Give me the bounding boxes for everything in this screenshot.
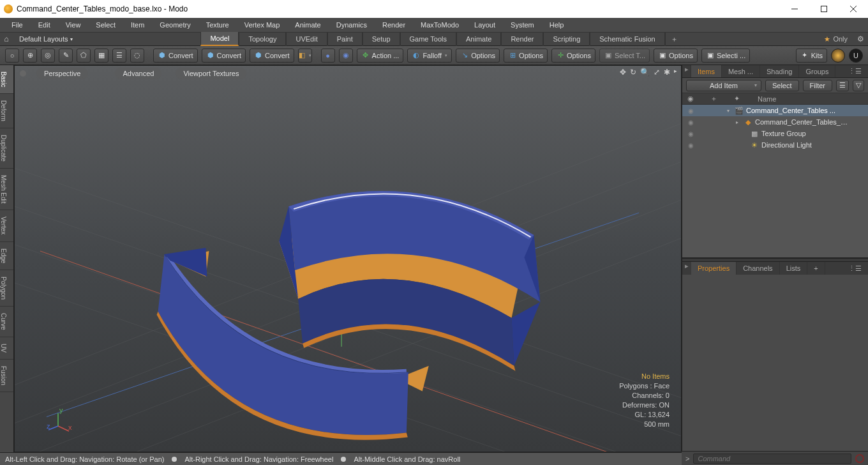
record-icon[interactable] — [855, 454, 864, 463]
vtab-duplicate[interactable]: Duplicate — [0, 128, 13, 169]
menu-view[interactable]: View — [58, 18, 89, 32]
name-column[interactable]: Name — [754, 95, 868, 103]
tool-cube[interactable]: ◧▾ — [298, 49, 312, 63]
viewport-camera[interactable]: Perspective — [36, 68, 88, 79]
menu-item[interactable]: Item — [123, 18, 152, 32]
tool-poly[interactable]: ⬠ — [77, 49, 91, 63]
tool-sphere2[interactable]: ◉ — [339, 49, 353, 63]
falloff[interactable]: ◐Falloff▾ — [407, 49, 452, 63]
menu-help[interactable]: Help — [542, 18, 572, 32]
axis-column-icon[interactable]: ✦ — [731, 95, 742, 103]
vtab-vertex[interactable]: Vertex — [0, 210, 13, 241]
maximize-button[interactable] — [809, 0, 839, 18]
tab-animate2[interactable]: Animate — [456, 32, 501, 46]
options-1[interactable]: ↘Options — [456, 49, 500, 63]
tool-circle[interactable]: ○ — [5, 49, 19, 63]
tree-row-texture[interactable]: ▩ Texture Group — [682, 128, 868, 139]
tree-row-light[interactable]: ☀ Directional Light — [682, 139, 868, 151]
menu-texture[interactable]: Texture — [198, 18, 237, 32]
tab-shading2[interactable]: Shading — [760, 65, 799, 77]
tool-pen[interactable]: ✎ — [59, 49, 73, 63]
nav-move-icon[interactable]: ✥ — [620, 68, 626, 77]
layout-dropdown[interactable]: Default Layouts▾ — [13, 35, 79, 43]
menu-render[interactable]: Render — [375, 18, 413, 32]
nav-rotate-icon[interactable]: ↻ — [630, 68, 636, 77]
viewport-dot[interactable] — [20, 70, 26, 77]
expand-icon[interactable]: ▾ — [727, 108, 733, 114]
tool-globe[interactable]: ⊕ — [23, 49, 37, 63]
tab-mesh[interactable]: Mesh ... — [722, 65, 760, 77]
tab-setup[interactable]: Setup — [363, 32, 400, 46]
tab-lists[interactable]: Lists — [780, 262, 808, 275]
visibility-icon[interactable] — [685, 130, 696, 137]
vtab-polygon[interactable]: Polygon — [0, 270, 13, 307]
vtab-meshedit[interactable]: Mesh Edit — [0, 169, 13, 210]
command-input[interactable] — [693, 454, 851, 464]
tree-row-mesh[interactable]: ▸ ◆ Command_Center_Tables_g ... — [682, 116, 868, 128]
panel-chevron-icon[interactable]: ▸ — [682, 65, 691, 77]
tab-topology[interactable]: Topology — [239, 32, 286, 46]
tab-schematic[interactable]: Schematic Fusion — [590, 32, 664, 46]
add-item-button[interactable]: Add Item — [686, 80, 761, 91]
panel-chevron-icon[interactable]: ▸ — [682, 262, 691, 275]
tab-add-prop[interactable]: + — [807, 262, 825, 275]
tab-gametools[interactable]: Game Tools — [400, 32, 457, 46]
convert-1[interactable]: ⬢Convert — [153, 49, 198, 63]
viewport-textures[interactable]: Viewport Textures — [176, 68, 246, 79]
menu-edit[interactable]: Edit — [31, 18, 58, 32]
tab-scripting[interactable]: Scripting — [543, 32, 590, 46]
menu-layout[interactable]: Layout — [467, 18, 503, 32]
visibility-icon[interactable] — [685, 119, 696, 126]
options-4[interactable]: ▣Options — [654, 49, 698, 63]
action-center[interactable]: ✥Action ... — [357, 49, 404, 63]
tab-items[interactable]: Items — [691, 65, 722, 77]
tab-properties[interactable]: Properties — [691, 262, 737, 275]
engine-icon-2[interactable]: U — [849, 49, 863, 63]
layout-gear-icon[interactable]: ⚙ — [853, 34, 868, 43]
visibility-icon[interactable] — [685, 142, 696, 149]
menu-animate[interactable]: Animate — [287, 18, 328, 32]
expand-icon[interactable]: ▸ — [736, 119, 742, 125]
tab-add[interactable]: ＋ — [665, 32, 683, 46]
viewport[interactable]: Perspective Advanced Viewport Textures ✥… — [14, 65, 682, 452]
tool-grid[interactable]: ▦ — [94, 49, 108, 63]
tab-uvedit[interactable]: UVEdit — [286, 32, 327, 46]
convert-3[interactable]: ⬢Convert — [250, 49, 294, 63]
tool-ring[interactable]: ◌ — [130, 49, 144, 63]
options-3[interactable]: ✛Options — [551, 49, 595, 63]
visibility-icon[interactable] — [685, 107, 696, 114]
select-through[interactable]: ▣Select T... — [599, 49, 650, 63]
kits-button[interactable]: ✦Kits — [796, 49, 827, 63]
tab-groups[interactable]: Groups — [799, 65, 835, 77]
vtab-fusion[interactable]: Fusion — [0, 360, 13, 392]
eye-column-icon[interactable]: ◉ — [685, 95, 696, 103]
vtab-deform[interactable]: Deform — [0, 94, 13, 128]
panel-menu-icon[interactable]: ⋮☰ — [842, 262, 868, 275]
funnel-icon[interactable]: ▽ — [853, 80, 864, 91]
list-mode-icon[interactable]: ☰ — [836, 80, 849, 91]
vtab-edge[interactable]: Edge — [0, 242, 13, 270]
options-2[interactable]: ⊞Options — [504, 49, 548, 63]
menu-system[interactable]: System — [503, 18, 542, 32]
convert-2[interactable]: ⬢Convert — [202, 49, 246, 63]
engine-icon-1[interactable] — [831, 49, 845, 63]
selection[interactable]: ▣Selecti ... — [701, 49, 750, 63]
tree-row-scene[interactable]: ▾ 🎬 Command_Center_Tables ... — [682, 105, 868, 116]
nav-zoom-icon[interactable]: 🔍 — [640, 68, 650, 77]
select-button[interactable]: Select — [765, 80, 799, 91]
items-tree[interactable]: ▾ 🎬 Command_Center_Tables ... ▸ ◆ Comman… — [682, 105, 868, 258]
menu-file[interactable]: File — [4, 18, 31, 32]
panel-menu-icon[interactable]: ⋮☰ — [842, 65, 868, 77]
plus-column-icon[interactable]: ＋ — [708, 94, 719, 103]
tool-sphere1[interactable]: ● — [321, 49, 335, 63]
minimize-button[interactable] — [780, 0, 809, 18]
tab-model[interactable]: Model — [200, 32, 239, 46]
menu-select[interactable]: Select — [88, 18, 123, 32]
tab-render2[interactable]: Render — [501, 32, 543, 46]
menu-vertexmap[interactable]: Vertex Map — [237, 18, 288, 32]
only-toggle[interactable]: ★Only — [819, 35, 853, 43]
tool-stack[interactable]: ☰ — [112, 49, 126, 63]
menu-dynamics[interactable]: Dynamics — [329, 18, 375, 32]
nav-fit-icon[interactable]: ⤢ — [654, 68, 660, 77]
vtab-uv[interactable]: UV — [0, 337, 13, 360]
